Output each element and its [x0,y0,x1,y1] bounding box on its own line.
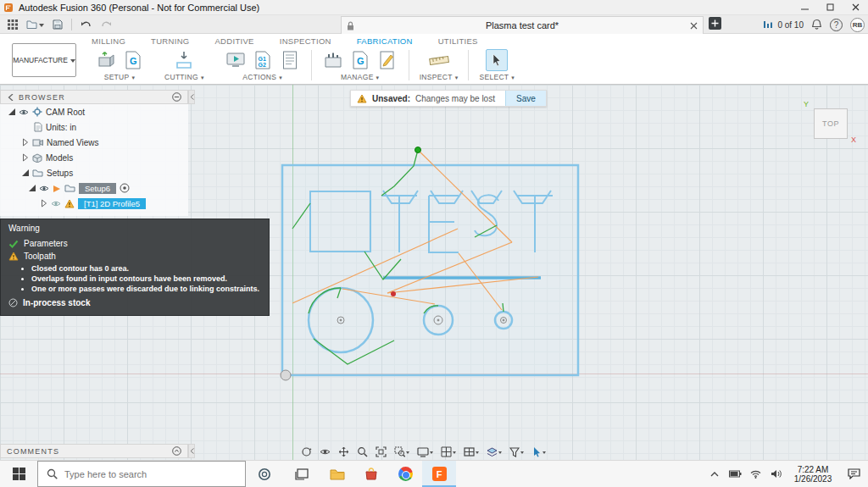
group-inspect-label[interactable]: INSPECT [420,73,459,81]
pan-button[interactable] [336,445,352,459]
group-manage-label[interactable]: MANAGE [341,73,379,81]
workspace-selector[interactable]: MANUFACTURE [12,43,76,77]
store-button[interactable] [354,461,388,487]
tree-item-setup6[interactable]: Setup6 [0,180,188,196]
tab-utilities[interactable]: UTILITIES [438,36,478,48]
tree-item-2d-profile5[interactable]: [T1] 2D Profile5 [0,196,188,211]
browser-header[interactable]: BROWSER [0,90,188,104]
eye-icon[interactable] [51,200,61,208]
chrome-button[interactable] [388,461,422,487]
app-grid-button[interactable] [3,16,22,33]
file-explorer-button[interactable] [320,461,354,487]
setup-sheet-button[interactable] [279,49,301,71]
save-button[interactable] [48,16,67,33]
simulate-button[interactable] [225,49,247,71]
taskbar-search[interactable] [37,461,246,487]
new-setup-button[interactable] [95,49,117,71]
look-at-button[interactable] [317,445,333,459]
bell-icon [811,19,822,30]
collapsed-arrow-icon[interactable] [22,153,29,162]
orbit-button[interactable] [298,445,314,459]
tab-fabrication[interactable]: FABRICATION [357,36,413,48]
grid-snaps-button[interactable] [438,445,459,459]
network-button[interactable] [746,461,765,487]
tree-item-units[interactable]: Units: in [0,119,188,135]
search-input[interactable] [64,469,245,479]
active-setup-icon[interactable] [120,183,130,193]
maximize-button[interactable] [817,0,843,14]
eye-icon[interactable] [39,185,49,192]
expand-icon[interactable] [8,108,15,115]
select-button[interactable] [486,49,508,71]
zoom-button[interactable] [354,445,370,459]
post-process-button[interactable]: G1G2 [252,49,274,71]
tree-item-cam-root[interactable]: CAM Root [0,104,188,119]
save-document-button[interactable]: Save [505,91,546,106]
start-button[interactable] [0,461,37,487]
fusion-360-button[interactable]: F [422,461,456,487]
layers-button[interactable] [484,445,504,459]
minimize-button[interactable] [792,0,817,14]
close-tab-button[interactable] [690,22,698,30]
tab-turning[interactable]: TURNING [151,36,189,48]
2d-profile-button[interactable] [173,49,195,71]
expand-icon[interactable] [22,169,29,176]
edit-document-button[interactable] [376,49,398,71]
collapsed-arrow-icon[interactable] [22,138,29,147]
fusion-letter: F [437,469,442,479]
view-cube-face-top[interactable]: TOP [814,108,848,139]
expand-icon[interactable] [29,185,36,191]
tree-item-setups[interactable]: Setups [0,165,188,180]
browser-resize-handle[interactable] [188,90,195,104]
document-tab[interactable]: Plasma test card* [341,16,704,34]
user-avatar[interactable]: RB [850,18,865,32]
eye-icon[interactable] [19,108,29,116]
volume-button[interactable] [766,461,785,487]
comments-header[interactable]: COMMENTS [0,444,188,458]
measure-button[interactable] [428,49,450,71]
viewports-button[interactable] [461,445,481,459]
tab-additive[interactable]: ADDITIVE [214,36,253,48]
manage-gcode-button[interactable]: G [349,49,371,71]
tree-item-named-views[interactable]: Named Views [0,135,188,150]
warning-bullet: One or more passes were discarded due to… [31,284,260,294]
group-select-label[interactable]: SELECT [479,73,515,81]
notifications-button[interactable] [811,19,822,30]
view-cube[interactable]: Y TOP X [804,100,854,144]
selection-filter-button[interactable] [507,445,526,459]
tab-inspection[interactable]: INSPECTION [280,36,331,48]
setup-gcode-button[interactable]: G [122,49,144,71]
new-tab-button[interactable] [709,17,721,30]
file-menu-button[interactable] [24,16,47,33]
undo-button[interactable] [76,16,95,33]
redo-button[interactable] [97,16,115,33]
minimize-panel-icon[interactable] [172,92,181,102]
display-settings-button[interactable] [415,445,436,459]
cortana-button[interactable] [246,461,283,487]
tab-milling[interactable]: MILLING [92,36,125,48]
group-cutting-label[interactable]: CUTTING [164,73,204,81]
zoom-window-button[interactable] [392,445,412,459]
taskbar-clock[interactable]: 7:22 AM 1/26/2023 [787,465,839,484]
toolpath-label[interactable]: [T1] 2D Profile5 [78,198,146,209]
group-actions-label[interactable]: ACTIONS [242,73,282,81]
close-button[interactable] [843,0,868,14]
zoom-icon [357,446,368,457]
fit-button[interactable] [373,445,389,459]
setup6-label[interactable]: Setup6 [79,183,116,194]
collapsed-arrow-icon[interactable] [41,199,47,208]
warning-bullet: Closed contour has 0 area. [31,263,260,274]
design-canvas[interactable]: BROWSER CAM Root Units: in Named Views M… [0,85,868,460]
battery-button[interactable] [726,461,744,487]
job-status-button[interactable]: 0 of 10 [762,19,804,30]
expand-comments-icon[interactable] [172,446,181,456]
group-setup-label[interactable]: SETUP [104,73,136,81]
help-button[interactable]: ? [830,19,843,31]
select-tools-button[interactable] [529,445,548,459]
task-view-button[interactable] [283,461,320,487]
hidden-icons-button[interactable] [705,461,724,487]
action-center-button[interactable] [841,461,866,487]
tool-library-button[interactable] [322,49,344,71]
comments-resize-handle[interactable] [188,444,195,458]
tree-item-models[interactable]: Models [0,150,188,165]
